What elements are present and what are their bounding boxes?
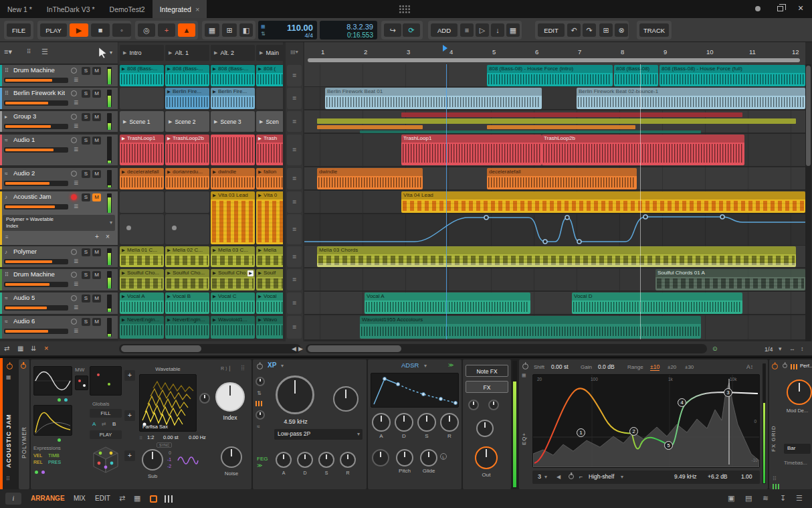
clip-play-icon[interactable]: ▶ xyxy=(122,135,125,143)
download-panel-icon[interactable]: ↧ xyxy=(780,494,786,503)
clip-launcher-view-icon[interactable]: ▦ xyxy=(205,23,219,37)
selected-band-number[interactable]: 3 xyxy=(538,473,541,480)
clip-play-icon[interactable]: ▶ xyxy=(122,269,125,277)
grid-view-icon[interactable]: ⠿ xyxy=(27,48,31,55)
clip-play-icon[interactable]: ▶ xyxy=(258,246,262,254)
position-bars[interactable]: 8.3.2.39 xyxy=(346,23,373,31)
stop-clip-button[interactable]: ≣ xyxy=(287,292,302,314)
clear-selection-icon[interactable]: × xyxy=(44,344,48,352)
solo-button[interactable]: S xyxy=(82,137,90,145)
mute-button[interactable]: M xyxy=(92,90,101,98)
group-scene-clip[interactable]: ▶Scene 1 xyxy=(120,111,164,132)
clip-play-icon[interactable]: ▶ xyxy=(167,135,171,143)
clip-play-icon[interactable]: ▶ xyxy=(213,269,216,277)
stop-column-header[interactable]: ▤▾ xyxy=(286,42,303,64)
arranger-timeline[interactable]: 808 (Bass-08) - House Force (intro) 808 … xyxy=(304,64,805,341)
add-view-icon[interactable]: ⊞ xyxy=(222,23,237,37)
clip-play-icon[interactable]: ▶ xyxy=(169,119,172,124)
keytrack-icons[interactable]: R ⟩ ⎮ xyxy=(221,366,231,371)
mod-source-dot[interactable] xyxy=(58,398,61,402)
eq-band-4-handle[interactable]: 4 xyxy=(678,398,686,407)
clip-play-icon[interactable]: ▶ xyxy=(213,316,216,324)
launcher-clip[interactable]: ▶Wavo xyxy=(256,316,283,339)
arranger-clip[interactable]: 808 (Bass-08) - House Force (intro) xyxy=(487,65,613,86)
output-knob[interactable] xyxy=(475,446,498,469)
index-mod-knob[interactable] xyxy=(199,393,210,404)
stop-button[interactable]: ■ xyxy=(91,23,110,37)
sync-badge[interactable]: SYNC xyxy=(157,442,172,448)
zoom-to-fit-icon[interactable]: ⊙ xyxy=(712,345,718,352)
clip-play-icon[interactable]: ▶ xyxy=(167,88,171,96)
vertical-scrollbar[interactable] xyxy=(805,64,811,341)
track-name[interactable]: Group 3 xyxy=(13,112,36,120)
edit-button[interactable]: EDIT xyxy=(538,23,565,37)
play-menu-button[interactable]: PLAY xyxy=(40,23,67,37)
attack-knob[interactable] xyxy=(372,413,391,432)
mute-button[interactable]: M xyxy=(92,67,101,75)
arm-button[interactable] xyxy=(71,90,77,96)
empty-clip-slot[interactable] xyxy=(120,88,164,109)
clip-play-icon[interactable]: ▶ xyxy=(213,292,216,301)
clip-play-icon[interactable]: ▶ xyxy=(167,316,171,324)
sub-octave-0[interactable]: 0 xyxy=(169,450,171,455)
zoom-vertical-icon[interactable]: ↕ xyxy=(801,345,804,352)
automation-slot[interactable] xyxy=(120,214,164,244)
glide-latch-icon[interactable]: L xyxy=(440,453,447,460)
feg-sustain-knob[interactable] xyxy=(318,452,334,468)
track-name[interactable]: Audio 2 xyxy=(13,169,35,177)
perf-module-label[interactable]: Perf... xyxy=(800,363,812,369)
launcher-clip[interactable]: ▶808 ( xyxy=(256,65,283,86)
clip-play-icon[interactable]: ▶ xyxy=(123,119,126,124)
osc-ratio-value[interactable]: 1:2 xyxy=(147,434,154,440)
project-tab[interactable]: New 1 * xyxy=(0,0,39,18)
arranger-clip[interactable]: 808 (Bass-08) - House Force (full) xyxy=(659,65,805,86)
close-window-icon[interactable]: × xyxy=(798,3,803,13)
pressure-xy-display[interactable] xyxy=(90,366,122,396)
drag-handle-icon[interactable]: ⣿ xyxy=(241,365,245,371)
envelope-name[interactable]: ADSR xyxy=(401,361,419,369)
filter-mode-dropdown[interactable]: Low-pass 2P▾ xyxy=(274,429,363,440)
track-row-selected[interactable]: ♪ Acoustic Jam S M ≣ Polymer » Wavetable… xyxy=(0,191,118,245)
launcher-clip[interactable]: ▶NeverEngin... xyxy=(120,316,164,339)
arranger-clip[interactable]: Vocal D xyxy=(572,292,742,314)
sub-octave-2[interactable]: -2 xyxy=(167,464,171,469)
clip-play-icon[interactable]: ▶ xyxy=(122,292,125,301)
redo-icon[interactable]: ↷ xyxy=(583,23,596,37)
timeline-overview-bar[interactable] xyxy=(308,58,800,62)
launcher-clip[interactable]: ▶Berlin Fire... xyxy=(211,88,255,109)
clip-play-icon[interactable]: ▶ xyxy=(213,191,216,199)
feg-attack-knob[interactable] xyxy=(276,452,292,468)
clip-play-icon[interactable]: ▶ xyxy=(258,316,262,324)
clip-play-icon[interactable]: ▶ xyxy=(258,191,262,199)
eq-band-2-handle[interactable]: 2 xyxy=(629,427,638,436)
pan-knob[interactable] xyxy=(488,400,499,410)
eq-band-1-handle[interactable]: 1 xyxy=(577,428,585,437)
arranger-clip[interactable]: Berlin Firework Beat 02-bounce-1 xyxy=(577,88,805,109)
scroll-right-icon[interactable]: ▶ xyxy=(298,345,303,352)
add-filter-button[interactable]: + xyxy=(124,410,135,421)
launcher-grid-icon[interactable]: ▦ xyxy=(17,345,23,352)
keytrack-icon[interactable] xyxy=(256,401,263,406)
pitch-knob[interactable] xyxy=(396,449,413,467)
launcher-clip[interactable]: ▶Soulf xyxy=(256,269,283,290)
project-tab[interactable]: DemoTest2 xyxy=(102,0,153,18)
device-power-icon[interactable] xyxy=(21,363,26,369)
eq-gain-value[interactable]: 0.0 dB xyxy=(598,363,615,370)
stop-clip-button[interactable]: ≣ xyxy=(287,135,302,165)
launcher-clip[interactable]: ▶dorianredu... xyxy=(165,168,209,189)
chevron-down-icon[interactable]: ▾ xyxy=(621,474,623,480)
close-tab-icon[interactable]: × xyxy=(195,5,199,13)
mute-button[interactable]: M xyxy=(92,113,101,121)
track-options-icon[interactable]: ≣ xyxy=(74,122,79,129)
time-signature[interactable]: 4/4 xyxy=(304,32,313,39)
arranger-clip[interactable]: 808 (Bass-08) xyxy=(614,65,658,86)
device-power-icon[interactable] xyxy=(522,363,528,369)
stop-clip-button[interactable]: ≣ xyxy=(287,214,302,244)
tool-dropdown-icon[interactable]: ▾ xyxy=(110,50,112,56)
rel-expression[interactable]: REL xyxy=(33,460,43,464)
solo-button[interactable]: S xyxy=(82,248,90,256)
arranger-hscrollbar[interactable] xyxy=(306,344,707,353)
fx-tab[interactable]: FX xyxy=(466,381,508,393)
file-button[interactable]: FILE xyxy=(7,23,31,37)
position-time[interactable]: 0:16.553 xyxy=(347,31,373,39)
